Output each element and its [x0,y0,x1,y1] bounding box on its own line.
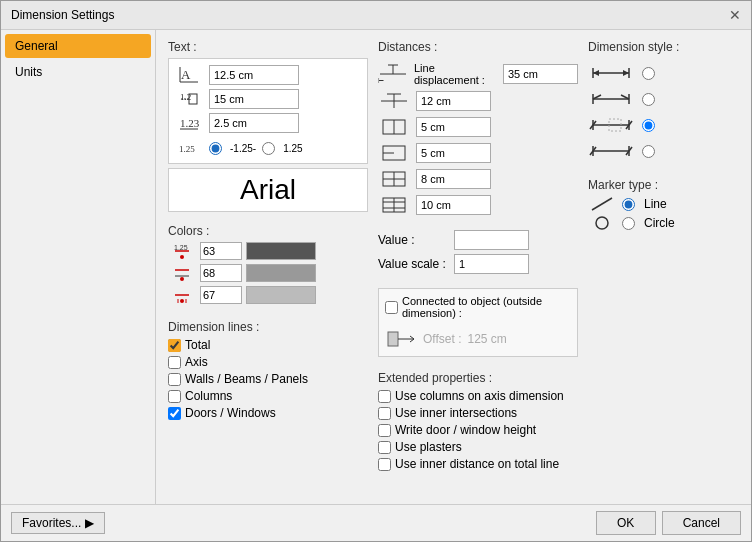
ext-checkbox-3[interactable] [378,424,391,437]
scale-label: Value scale : [378,257,448,271]
close-button[interactable]: ✕ [729,7,741,23]
dist-input-2[interactable] [416,117,491,137]
dimline-columns-checkbox[interactable] [168,390,181,403]
offset-label: Offset : [423,332,461,346]
dist-icon-4 [378,168,410,190]
text-section-label: Text : [168,40,368,54]
svg-text:1.23: 1.23 [180,117,199,129]
line-displacement-input[interactable] [503,64,578,84]
dist-icon-5 [378,194,410,216]
scale-input[interactable] [454,254,529,274]
ext-item-4: Use plasters [378,440,578,454]
dimension-settings-dialog: Dimension Settings ✕ General Units Text … [0,0,752,542]
connected-checkbox[interactable] [385,301,398,314]
color-input-2[interactable] [200,264,242,282]
svg-point-11 [180,255,184,259]
middle-column: Distances : ⊢ Line displacement : [378,40,578,494]
dist-input-5[interactable] [416,195,491,215]
dialog-buttons: OK Cancel [596,511,741,535]
color-input-3[interactable] [200,286,242,304]
dim-style-icon-2 [588,88,634,110]
text-size-input-1[interactable] [209,65,299,85]
dist-icon-2 [378,116,410,138]
marker-circle-radio[interactable] [622,217,635,230]
align-left-icon: 1.25 [175,139,203,157]
ext-item-1: Use columns on axis dimension [378,389,578,403]
color-rows: 1.25 [168,242,368,304]
svg-rect-37 [388,332,398,346]
dialog-title: Dimension Settings [11,8,114,22]
ok-button[interactable]: OK [596,511,656,535]
ext-checkbox-5[interactable] [378,458,391,471]
sidebar-item-general[interactable]: General [5,34,151,58]
dim-style-row-4 [588,140,739,162]
ext-item-2: Use inner intersections [378,406,578,420]
dist-input-1[interactable] [416,91,491,111]
align-right-radio[interactable] [262,142,275,155]
dimline-doors-checkbox[interactable] [168,407,181,420]
line-marker-icon [588,196,616,212]
dim-style-radio-2[interactable] [642,93,655,106]
color-row-3 [168,286,368,304]
alignment-radio-row: 1.25 -1.25- 1.25 [175,139,361,157]
ext-item-3: Write door / window height [378,423,578,437]
ext-checkbox-4[interactable] [378,441,391,454]
sidebar: General Units [1,30,156,504]
distances-section: Distances : ⊢ Line displacement : [378,40,578,216]
ext-checkbox-1[interactable] [378,390,391,403]
color-swatch-2[interactable] [246,264,316,282]
dim-style-radio-4[interactable] [642,145,655,158]
cancel-button[interactable]: Cancel [662,511,741,535]
marker-line-radio[interactable] [622,198,635,211]
right-column: Dimension style : [588,40,739,494]
svg-marker-43 [623,70,629,76]
dim-style-row-3 [588,114,739,136]
favorites-arrow-icon: ▶ [85,516,94,530]
sidebar-item-units[interactable]: Units [5,60,151,84]
dimline-total: Total [168,338,368,352]
circle-marker-icon [588,215,616,231]
ext-checkbox-2[interactable] [378,407,391,420]
dimension-lines-section: Dimension lines : Total Axis Walls / Bea… [168,320,368,423]
offset-row: Offset : 125 cm [385,328,571,350]
dimline-walls-checkbox[interactable] [168,373,181,386]
text-offset-icon: 1.2 [175,90,203,108]
colors-section: Colors : 1.25 [168,224,368,308]
dim-style-icon-4 [588,140,634,162]
svg-marker-42 [593,70,599,76]
text-size-input-3[interactable] [209,113,299,133]
dim-style-radio-1[interactable] [642,67,655,80]
dist-row-2 [378,116,578,138]
color-swatch-1[interactable] [246,242,316,260]
connected-checkbox-row: Connected to object (outside dimension) … [385,295,571,319]
dimline-doors: Doors / Windows [168,406,368,420]
dimline-axis-checkbox[interactable] [168,356,181,369]
svg-line-62 [592,198,612,210]
extended-label: Extended properties : [378,371,578,385]
marker-circle-row: Circle [588,215,739,231]
dist-input-4[interactable] [416,169,491,189]
text-section-box: A 1. [168,58,368,164]
font-preview: Arial [168,168,368,212]
color-input-1[interactable] [200,242,242,260]
color-swatch-3[interactable] [246,286,316,304]
colors-label: Colors : [168,224,368,238]
align-center-radio[interactable] [209,142,222,155]
dim-style-icon-3 [588,114,634,136]
dimline-total-checkbox[interactable] [168,339,181,352]
svg-text:1.25: 1.25 [174,244,188,251]
connected-inner: Connected to object (outside dimension) … [385,295,571,350]
dim-style-row-2 [588,88,739,110]
ext-item-5: Use inner distance on total line [378,457,578,471]
value-input[interactable] [454,230,529,250]
dist-input-3[interactable] [416,143,491,163]
favorites-button[interactable]: Favorites... ▶ [11,512,105,534]
dist-row-5 [378,194,578,216]
value-label: Value : [378,233,448,247]
title-bar: Dimension Settings ✕ [1,1,751,30]
text-size-input-2[interactable] [209,89,299,109]
dim-style-radio-3[interactable] [642,119,655,132]
dim-style-label: Dimension style : [588,40,739,54]
svg-text:A: A [181,67,191,82]
dimlines-label: Dimension lines : [168,320,368,334]
